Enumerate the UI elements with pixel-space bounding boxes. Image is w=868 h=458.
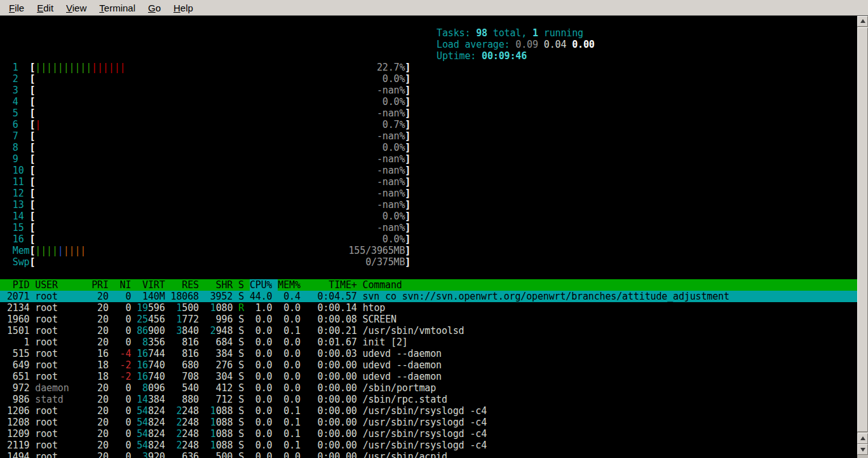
meter-3: 3 [-nan%] [0, 85, 857, 96]
column-header-cpu[interactable]: CPU% [250, 279, 273, 291]
menu-item-view[interactable]: View [60, 1, 93, 15]
process-row-651[interactable]: 651 root 18 -2 16740 708 304 S 0.0 0.0 0… [0, 371, 857, 382]
load-average-line: Load average: 0.09 0.04 0.00 [435, 39, 595, 50]
meter-bar: -nan% [35, 176, 405, 188]
column-header-user[interactable]: USER [35, 279, 86, 291]
terminal-lines: 1 [||||||||||||||||22.7%] 2 [0.0%] 3 [-n… [0, 50, 857, 458]
column-header-command[interactable]: Command [363, 279, 402, 291]
process-row-515[interactable]: 515 root 16 -4 16744 816 384 S 0.0 0.0 0… [0, 348, 857, 359]
meter-bar: -nan% [35, 130, 405, 142]
meter-bar: 0.0% [35, 233, 405, 245]
process-row-2134[interactable]: 2134 root 20 0 19596 1500 1080 R 1.0 0.0… [0, 302, 857, 314]
meter-bar: 0.0% [35, 96, 405, 108]
meter-12: 12 [-nan%] [0, 188, 857, 199]
meter-bar: -nan% [35, 199, 405, 211]
blank-line [0, 50, 857, 62]
process-row-1208[interactable]: 1208 root 20 0 54824 2248 1088 S 0.0 0.1… [0, 417, 857, 428]
column-header-ni[interactable]: NI [114, 279, 132, 291]
meter-8: 8 [0.0%] [0, 142, 857, 153]
menu-item-file[interactable]: File [3, 1, 31, 15]
meter-bar: 0.0% [35, 142, 405, 153]
column-header-pid[interactable]: PID [1, 279, 29, 291]
process-row-1501[interactable]: 1501 root 20 0 86900 3840 2948 S 0.0 0.1… [0, 325, 857, 337]
meter-6: 6 [|0.7%] [0, 119, 857, 130]
tasks-line: Tasks: 98 total, 1 running [435, 27, 595, 39]
process-row-1494[interactable]: 1494 root 20 0 3920 636 500 S 0.0 0.0 0:… [0, 451, 857, 458]
process-row-972[interactable]: 972 daemon 20 0 8096 540 412 S 0.0 0.0 0… [0, 382, 857, 394]
meter-7: 7 [-nan%] [0, 130, 857, 142]
column-header-time[interactable]: TIME+ [306, 279, 357, 291]
column-header-res[interactable]: RES [171, 279, 199, 291]
column-header-s[interactable]: S [238, 279, 244, 291]
process-row-986[interactable]: 986 statd 20 0 14384 880 712 S 0.0 0.0 0… [0, 394, 857, 405]
meter-13: 13 [-nan%] [0, 199, 857, 211]
process-row-1209[interactable]: 1209 root 20 0 54824 2248 1088 S 0.0 0.1… [0, 428, 857, 440]
meter-2: 2 [0.0%] [0, 73, 857, 85]
meter-mem: Mem[|||||||||155/3965MB] [0, 245, 857, 256]
process-row-1960[interactable]: 1960 root 20 0 25456 1772 996 S 0.0 0.0 … [0, 314, 857, 325]
meter-bar: |0.7% [35, 119, 405, 130]
meter-bar: -nan% [35, 188, 405, 199]
menu-item-edit[interactable]: Edit [31, 1, 60, 15]
process-row-649[interactable]: 649 root 18 -2 16740 680 276 S 0.0 0.0 0… [0, 359, 857, 371]
arrow-up-icon [860, 436, 865, 440]
column-header-shr[interactable]: SHR [205, 279, 233, 291]
process-row-1206[interactable]: 1206 root 20 0 54824 2248 1088 S 0.0 0.1… [0, 405, 857, 417]
meter-9: 9 [-nan%] [0, 153, 857, 165]
column-header-mem[interactable]: MEM% [278, 279, 301, 291]
meter-bar: -nan% [35, 85, 405, 96]
menu-item-terminal[interactable]: Terminal [93, 1, 142, 15]
meter-bar: 0.0% [35, 73, 405, 85]
meter-14: 14 [0.0%] [0, 211, 857, 222]
meter-swp: Swp[0/375MB] [0, 256, 857, 268]
menu-item-help[interactable]: Help [167, 1, 200, 15]
scroll-thumb[interactable] [857, 27, 868, 432]
meter-bar: |||||||||155/3965MB [35, 245, 405, 256]
meter-15: 15 [-nan%] [0, 222, 857, 233]
scroll-down-button[interactable] [857, 444, 868, 455]
meter-bar: 0.0% [35, 211, 405, 222]
meter-11: 11 [-nan%] [0, 176, 857, 188]
scroll-up-button[interactable] [857, 16, 868, 27]
process-row-1[interactable]: 1 root 20 0 8356 816 684 S 0.0 0.0 0:01.… [0, 337, 857, 348]
column-header-pri[interactable]: PRI [92, 279, 109, 291]
scrollbar[interactable] [857, 16, 868, 458]
column-header-virt[interactable]: VIRT [137, 279, 165, 291]
meter-bar: ||||||||||||||||22.7% [35, 62, 405, 73]
process-row-2119[interactable]: 2119 root 20 0 54824 2248 1088 S 0.0 0.1… [0, 440, 857, 451]
arrow-up-icon [860, 19, 865, 23]
terminal-screen[interactable]: Tasks: 98 total, 1 runningLoad average: … [0, 16, 857, 458]
blank-line [0, 268, 857, 279]
meter-5: 5 [-nan%] [0, 108, 857, 119]
meter-bar: -nan% [35, 222, 405, 233]
meter-1: 1 [||||||||||||||||22.7%] [0, 62, 857, 73]
uptime-line: Uptime: 00:09:46 [435, 50, 595, 62]
meter-bar: 0/375MB [35, 256, 405, 268]
meter-bar: -nan% [35, 165, 405, 176]
meter-10: 10 [-nan%] [0, 165, 857, 176]
meter-bar: -nan% [35, 108, 405, 119]
process-table-header[interactable]: PID USER PRI NI VIRT RES SHR S CPU% MEM%… [0, 279, 857, 291]
meter-bar: -nan% [35, 153, 405, 165]
arrow-down-icon [860, 448, 865, 452]
scroll-up-button-2[interactable] [857, 433, 868, 444]
menu-bar: FileEditViewTerminalGoHelp [0, 0, 868, 16]
process-row-2071[interactable]: 2071 root 20 0 140M 18068 3952 S 44.0 0.… [0, 291, 857, 302]
system-info: Tasks: 98 total, 1 runningLoad average: … [435, 27, 595, 62]
meter-16: 16 [0.0%] [0, 233, 857, 245]
menu-item-go[interactable]: Go [142, 1, 167, 15]
meter-4: 4 [0.0%] [0, 96, 857, 108]
